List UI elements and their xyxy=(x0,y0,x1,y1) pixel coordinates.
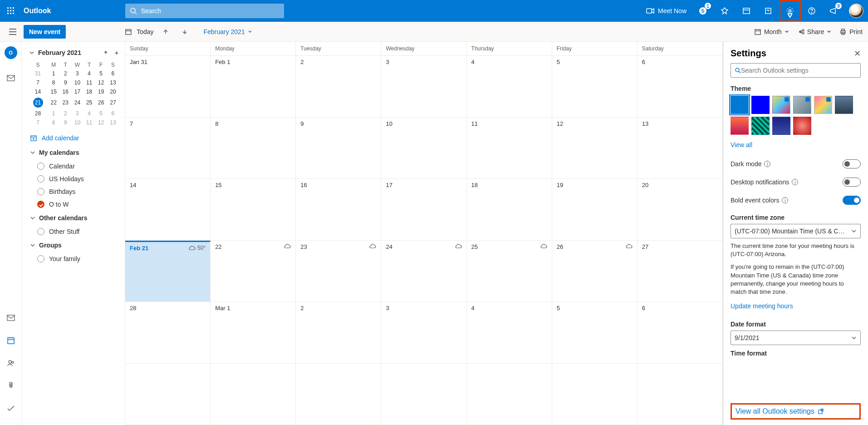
calendar-cell[interactable]: 11 xyxy=(467,118,552,179)
mini-day[interactable]: 11 xyxy=(83,118,95,127)
mini-prev-button[interactable] xyxy=(101,48,110,57)
calendar-item[interactable]: Calendar xyxy=(25,160,125,173)
mini-day[interactable]: 16 xyxy=(59,87,71,96)
calendar-checkbox[interactable] xyxy=(37,163,44,170)
theme-swatch[interactable] xyxy=(751,96,770,114)
calendar-cell[interactable]: Feb 1 xyxy=(211,56,296,117)
app-launcher-icon[interactable] xyxy=(0,0,22,22)
section-my-calendars[interactable]: My calendars xyxy=(25,145,125,160)
calendar-cell[interactable]: 25 xyxy=(467,241,552,302)
bold-colors-toggle[interactable] xyxy=(843,196,861,205)
info-icon[interactable]: i xyxy=(782,197,788,203)
calendar-cell[interactable]: 16 xyxy=(296,179,381,240)
calendar-cell[interactable]: 17 xyxy=(381,179,466,240)
calendar-cell[interactable]: 19 xyxy=(552,179,638,240)
calendar-nav-icon[interactable] xyxy=(4,333,18,348)
theme-swatch[interactable] xyxy=(793,117,811,135)
calendar-cell[interactable]: 2 xyxy=(296,302,381,363)
print-button[interactable]: Print xyxy=(839,28,863,35)
mini-day[interactable]: 6 xyxy=(107,109,119,118)
calendar-cell[interactable]: Jan 31 xyxy=(125,56,211,117)
calendar-cell[interactable]: 27 xyxy=(638,241,723,302)
update-meeting-hours-link[interactable]: Update meeting hours xyxy=(731,302,793,310)
calendar-cell[interactable]: Mar 1 xyxy=(211,302,296,363)
mail-icon[interactable] xyxy=(4,71,18,85)
calendar-cell[interactable]: 5 xyxy=(552,302,638,363)
calendar-cell[interactable] xyxy=(211,364,296,425)
calendar-cell[interactable]: 24 xyxy=(381,241,466,302)
mini-day[interactable]: 6 xyxy=(107,69,119,78)
prev-period-button[interactable] xyxy=(158,25,173,39)
calendar-cell[interactable] xyxy=(552,364,638,425)
todo-nav-icon[interactable] xyxy=(4,401,18,416)
calendar-checkbox[interactable] xyxy=(37,255,44,262)
calendar-cell[interactable]: 28 xyxy=(125,302,211,363)
skype-icon[interactable]: S 1 xyxy=(692,0,714,22)
weather-indicator[interactable] xyxy=(369,243,376,249)
mini-day[interactable]: 2 xyxy=(59,69,71,78)
section-other-calendars[interactable]: Other calendars xyxy=(25,211,125,225)
theme-swatch[interactable] xyxy=(772,117,790,135)
share-button[interactable]: Share xyxy=(797,28,831,35)
mini-day[interactable]: 4 xyxy=(83,109,95,118)
calendar-cell[interactable]: 26 xyxy=(552,241,638,302)
mini-day[interactable]: 17 xyxy=(71,87,83,96)
mini-day[interactable]: 8 xyxy=(48,118,59,127)
view-picker[interactable]: Month xyxy=(754,28,789,35)
mini-day[interactable]: 31 xyxy=(28,69,48,78)
calendar-cell[interactable]: 7 xyxy=(125,118,211,179)
info-icon[interactable]: i xyxy=(764,161,770,167)
mini-day[interactable]: 19 xyxy=(95,87,107,96)
view-all-settings-link[interactable]: View all Outlook settings xyxy=(731,403,861,420)
calendar-cell[interactable] xyxy=(381,364,466,425)
chevron-down-icon[interactable] xyxy=(29,50,34,55)
calendar-cell[interactable] xyxy=(125,364,211,425)
info-icon[interactable]: i xyxy=(792,179,798,185)
calendar-cell[interactable]: 10 xyxy=(381,118,466,179)
weather-indicator[interactable] xyxy=(540,243,547,249)
calendar-checkbox[interactable] xyxy=(37,175,44,183)
search-input[interactable]: Search xyxy=(125,4,284,18)
theme-swatch[interactable] xyxy=(835,96,853,114)
weather-indicator[interactable] xyxy=(625,243,633,249)
mini-day[interactable]: 4 xyxy=(83,69,95,78)
calendar-cell[interactable]: 22 xyxy=(211,241,296,302)
month-picker[interactable]: February 2021 xyxy=(204,28,252,35)
weather-indicator[interactable]: 50° xyxy=(188,245,206,251)
meet-now-button[interactable]: Meet Now xyxy=(641,7,692,15)
files-nav-icon[interactable] xyxy=(4,379,18,393)
mini-day[interactable]: 15 xyxy=(48,87,59,96)
help-icon[interactable] xyxy=(801,0,823,22)
calendar-cell[interactable]: 5 xyxy=(552,56,638,117)
calendar-cell[interactable]: 9 xyxy=(296,118,381,179)
calendar-cell[interactable]: 6 xyxy=(638,56,723,117)
calendar-cell[interactable]: 18 xyxy=(467,179,552,240)
mini-day[interactable]: 21 xyxy=(28,96,48,109)
calendar-cell[interactable]: 20 xyxy=(638,179,723,240)
close-settings-button[interactable]: ✕ xyxy=(854,49,861,59)
mini-day[interactable]: 18 xyxy=(83,87,95,96)
calendar-cell[interactable] xyxy=(638,364,723,425)
mini-day[interactable]: 28 xyxy=(28,109,48,118)
people-nav-icon[interactable] xyxy=(4,356,18,371)
calendar-cell[interactable]: 3 xyxy=(381,56,466,117)
avatar[interactable] xyxy=(849,4,863,18)
mini-day[interactable]: 12 xyxy=(95,78,107,87)
mini-day[interactable]: 5 xyxy=(95,69,107,78)
section-groups[interactable]: Groups xyxy=(25,238,125,252)
brand-label[interactable]: Outlook xyxy=(24,7,51,15)
calendar-item[interactable]: Birthdays xyxy=(25,185,125,198)
theme-swatch[interactable] xyxy=(814,96,832,114)
calendar-item[interactable]: US Holidays xyxy=(25,173,125,185)
calendar-item[interactable]: Other Stuff xyxy=(25,225,125,238)
mail-nav-icon[interactable] xyxy=(4,311,18,325)
date-format-select[interactable]: 9/1/2021 xyxy=(731,331,861,345)
calendar-cell[interactable]: 6 xyxy=(638,302,723,363)
mini-day[interactable]: 12 xyxy=(95,118,107,127)
calendar-checkbox[interactable] xyxy=(37,188,44,195)
hamburger-icon[interactable] xyxy=(5,29,20,35)
settings-search-input[interactable] xyxy=(731,63,861,78)
mini-day[interactable]: 9 xyxy=(59,118,71,127)
add-calendar-button[interactable]: Add calendar xyxy=(25,131,125,145)
calendar-cell[interactable] xyxy=(296,364,381,425)
